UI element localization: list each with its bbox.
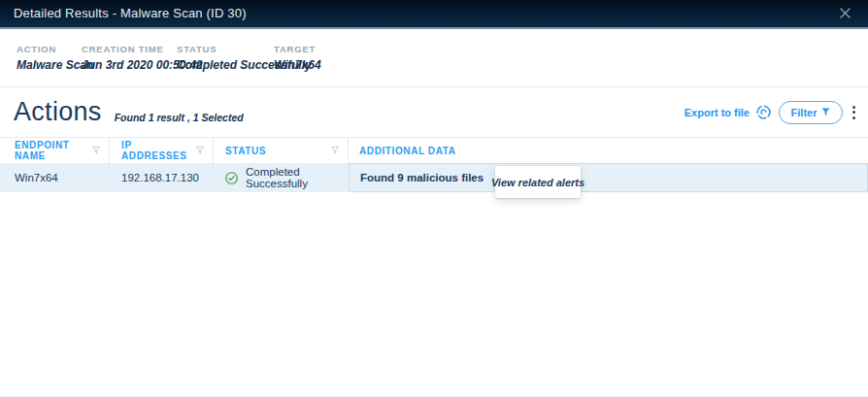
summary-label: TARGET (274, 44, 321, 54)
actions-toolbar: Export to file Filter (684, 101, 858, 124)
column-header-label: ADDITIONAL DATA (359, 146, 456, 156)
column-header-label: IP ADDRESSES (121, 140, 196, 161)
table-header-row: ENDPOINT NAME IP ADDRESSES STATUS ADDITI… (0, 137, 868, 163)
column-header-label: STATUS (225, 146, 266, 156)
column-header-additional-data[interactable]: ADDITIONAL DATA (349, 138, 868, 163)
result-count-summary: Found 1 result , 1 Selected (115, 112, 244, 123)
summary-field-creation-time: CREATION TIME Jun 3rd 2020 00:50:42 (82, 44, 177, 72)
summary-field-status: STATUS Completed Successfully (177, 44, 274, 72)
additional-data-cell[interactable]: Found 9 malicious files (349, 163, 868, 192)
status-text: Completed Successfully (246, 166, 349, 189)
summary-value: Jun 3rd 2020 00:50:42 (82, 58, 177, 72)
column-header-endpoint-name[interactable]: ENDPOINT NAME (0, 138, 110, 163)
view-related-alerts-popup[interactable]: View related alerts (495, 166, 581, 198)
export-spinner-icon (755, 104, 772, 120)
section-title: Actions (14, 97, 102, 127)
filter-funnel-icon (821, 107, 830, 118)
summary-value: Malware Scan (17, 58, 82, 72)
summary-label: CREATION TIME (82, 44, 177, 54)
actions-section-header: Actions Found 1 result , 1 Selected Expo… (0, 87, 868, 137)
success-check-icon (225, 172, 238, 184)
filter-button[interactable]: Filter (779, 101, 843, 124)
summary-label: STATUS (177, 44, 274, 54)
results-table: ENDPOINT NAME IP ADDRESSES STATUS ADDITI… (0, 137, 868, 192)
close-icon[interactable] (834, 4, 856, 22)
column-header-label: ENDPOINT NAME (15, 140, 92, 161)
export-to-file-button[interactable]: Export to file (684, 107, 750, 118)
summary-value: Completed Successfully (177, 58, 274, 72)
column-header-ip-addresses[interactable]: IP ADDRESSES (110, 138, 214, 163)
summary-value: Win7x64 (274, 58, 321, 72)
summary-field-action: ACTION Malware Scan (17, 44, 82, 72)
summary-field-target: TARGET Win7x64 (274, 44, 321, 72)
scan-summary-bar: ACTION Malware Scan CREATION TIME Jun 3r… (0, 29, 868, 87)
detailed-results-modal: Detailed Results - Malware Scan (ID 30) … (0, 0, 868, 397)
ip-address-cell: 192.168.17.130 (110, 163, 214, 192)
endpoint-name-cell: Win7x64 (0, 163, 110, 192)
status-cell: Completed Successfully (214, 163, 349, 192)
summary-label: ACTION (17, 44, 82, 54)
modal-title: Detailed Results - Malware Scan (ID 30) (14, 6, 247, 20)
table-row[interactable]: Win7x64 192.168.17.130 Completed Success… (0, 163, 868, 192)
column-filter-icon[interactable] (196, 146, 204, 156)
column-filter-icon[interactable] (331, 146, 339, 156)
modal-header: Detailed Results - Malware Scan (ID 30) (0, 0, 868, 29)
column-filter-icon[interactable] (92, 146, 100, 156)
column-header-status[interactable]: STATUS (214, 138, 349, 163)
more-options-kebab-icon[interactable] (850, 102, 858, 123)
filter-button-label: Filter (791, 107, 818, 118)
